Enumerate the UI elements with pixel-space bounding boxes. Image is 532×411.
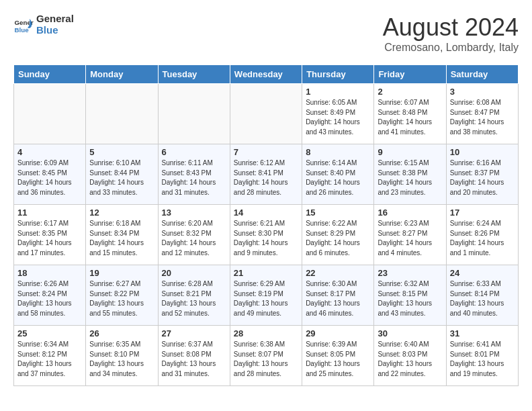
day-info: Sunrise: 6:20 AM Sunset: 8:32 PM Dayligh…	[162, 219, 226, 258]
day-number: 14	[234, 208, 298, 218]
calendar-day-cell: 5Sunrise: 6:10 AM Sunset: 8:44 PM Daylig…	[86, 144, 158, 205]
day-number: 31	[450, 328, 515, 338]
day-number: 29	[306, 328, 370, 338]
day-number: 13	[162, 208, 226, 218]
day-number: 16	[378, 208, 442, 218]
calendar-header-cell: Friday	[374, 65, 446, 84]
calendar-day-cell: 29Sunrise: 6:39 AM Sunset: 8:05 PM Dayli…	[302, 326, 374, 386]
calendar-day-cell: 22Sunrise: 6:30 AM Sunset: 8:17 PM Dayli…	[302, 265, 374, 326]
calendar-week-row: 11Sunrise: 6:17 AM Sunset: 8:35 PM Dayli…	[14, 205, 519, 265]
calendar-day-cell: 23Sunrise: 6:32 AM Sunset: 8:15 PM Dayli…	[374, 265, 446, 326]
calendar-day-cell	[14, 84, 86, 144]
day-info: Sunrise: 6:15 AM Sunset: 8:38 PM Dayligh…	[378, 158, 442, 197]
page-header: General Blue General Blue August 2024 Cr…	[13, 13, 519, 54]
day-number: 26	[89, 328, 154, 338]
day-number: 9	[378, 147, 442, 157]
calendar-day-cell: 31Sunrise: 6:41 AM Sunset: 8:01 PM Dayli…	[446, 326, 518, 386]
day-number: 7	[234, 147, 298, 157]
day-info: Sunrise: 6:10 AM Sunset: 8:44 PM Dayligh…	[89, 158, 154, 197]
day-info: Sunrise: 6:08 AM Sunset: 8:47 PM Dayligh…	[450, 98, 515, 137]
day-number: 22	[306, 268, 370, 278]
day-info: Sunrise: 6:27 AM Sunset: 8:22 PM Dayligh…	[89, 279, 154, 318]
day-number: 28	[234, 328, 298, 338]
calendar-day-cell: 21Sunrise: 6:29 AM Sunset: 8:19 PM Dayli…	[230, 265, 302, 326]
calendar-day-cell: 25Sunrise: 6:34 AM Sunset: 8:12 PM Dayli…	[14, 326, 86, 386]
calendar-header-cell: Saturday	[446, 65, 518, 84]
svg-text:Blue: Blue	[15, 26, 30, 33]
day-number: 18	[17, 268, 82, 278]
day-number: 8	[306, 147, 370, 157]
calendar-day-cell: 6Sunrise: 6:11 AM Sunset: 8:43 PM Daylig…	[158, 144, 230, 205]
day-info: Sunrise: 6:22 AM Sunset: 8:29 PM Dayligh…	[306, 219, 370, 258]
day-info: Sunrise: 6:21 AM Sunset: 8:30 PM Dayligh…	[234, 219, 298, 258]
day-info: Sunrise: 6:16 AM Sunset: 8:37 PM Dayligh…	[450, 158, 515, 197]
day-info: Sunrise: 6:40 AM Sunset: 8:03 PM Dayligh…	[378, 340, 442, 379]
day-info: Sunrise: 6:33 AM Sunset: 8:14 PM Dayligh…	[450, 279, 515, 318]
calendar-day-cell: 18Sunrise: 6:26 AM Sunset: 8:24 PM Dayli…	[14, 265, 86, 326]
calendar-week-row: 25Sunrise: 6:34 AM Sunset: 8:12 PM Dayli…	[14, 326, 519, 386]
calendar-day-cell: 15Sunrise: 6:22 AM Sunset: 8:29 PM Dayli…	[302, 205, 374, 265]
day-info: Sunrise: 6:35 AM Sunset: 8:10 PM Dayligh…	[89, 340, 154, 379]
day-number: 27	[162, 328, 226, 338]
day-number: 23	[378, 268, 442, 278]
calendar-day-cell: 3Sunrise: 6:08 AM Sunset: 8:47 PM Daylig…	[446, 84, 518, 144]
day-info: Sunrise: 6:30 AM Sunset: 8:17 PM Dayligh…	[306, 279, 370, 318]
day-info: Sunrise: 6:07 AM Sunset: 8:48 PM Dayligh…	[378, 98, 442, 137]
title-block: August 2024 Cremosano, Lombardy, Italy	[383, 13, 519, 54]
calendar-header-cell: Tuesday	[158, 65, 230, 84]
day-number: 30	[378, 328, 442, 338]
day-number: 2	[378, 87, 442, 97]
logo-icon: General Blue	[13, 15, 34, 35]
day-number: 4	[17, 147, 82, 157]
calendar-header-cell: Sunday	[14, 65, 86, 84]
calendar-day-cell: 19Sunrise: 6:27 AM Sunset: 8:22 PM Dayli…	[86, 265, 158, 326]
calendar-day-cell: 2Sunrise: 6:07 AM Sunset: 8:48 PM Daylig…	[374, 84, 446, 144]
day-number: 10	[450, 147, 515, 157]
day-number: 6	[162, 147, 226, 157]
calendar-day-cell	[86, 84, 158, 144]
day-number: 20	[162, 268, 226, 278]
day-info: Sunrise: 6:11 AM Sunset: 8:43 PM Dayligh…	[162, 158, 226, 197]
day-info: Sunrise: 6:14 AM Sunset: 8:40 PM Dayligh…	[306, 158, 370, 197]
day-info: Sunrise: 6:09 AM Sunset: 8:45 PM Dayligh…	[17, 158, 82, 197]
day-info: Sunrise: 6:17 AM Sunset: 8:35 PM Dayligh…	[17, 219, 82, 258]
day-info: Sunrise: 6:41 AM Sunset: 8:01 PM Dayligh…	[450, 340, 515, 379]
day-number: 5	[89, 147, 154, 157]
calendar-day-cell: 17Sunrise: 6:24 AM Sunset: 8:26 PM Dayli…	[446, 205, 518, 265]
day-number: 11	[17, 208, 82, 218]
day-info: Sunrise: 6:37 AM Sunset: 8:08 PM Dayligh…	[162, 340, 226, 379]
day-number: 25	[17, 328, 82, 338]
day-number: 3	[450, 87, 515, 97]
calendar-header-cell: Monday	[86, 65, 158, 84]
day-info: Sunrise: 6:34 AM Sunset: 8:12 PM Dayligh…	[17, 340, 82, 379]
calendar-header-cell: Wednesday	[230, 65, 302, 84]
day-info: Sunrise: 6:39 AM Sunset: 8:05 PM Dayligh…	[306, 340, 370, 379]
calendar-header-cell: Thursday	[302, 65, 374, 84]
calendar-day-cell: 27Sunrise: 6:37 AM Sunset: 8:08 PM Dayli…	[158, 326, 230, 386]
day-number: 19	[89, 268, 154, 278]
calendar-day-cell	[158, 84, 230, 144]
calendar-day-cell: 24Sunrise: 6:33 AM Sunset: 8:14 PM Dayli…	[446, 265, 518, 326]
day-info: Sunrise: 6:29 AM Sunset: 8:19 PM Dayligh…	[234, 279, 298, 318]
day-info: Sunrise: 6:18 AM Sunset: 8:34 PM Dayligh…	[89, 219, 154, 258]
calendar-day-cell	[230, 84, 302, 144]
day-info: Sunrise: 6:32 AM Sunset: 8:15 PM Dayligh…	[378, 279, 442, 318]
calendar-day-cell: 9Sunrise: 6:15 AM Sunset: 8:38 PM Daylig…	[374, 144, 446, 205]
day-number: 21	[234, 268, 298, 278]
month-year: August 2024	[383, 13, 519, 42]
logo-text-line2: Blue	[36, 25, 74, 36]
calendar-table: SundayMondayTuesdayWednesdayThursdayFrid…	[13, 64, 519, 386]
day-number: 15	[306, 208, 370, 218]
calendar-day-cell: 12Sunrise: 6:18 AM Sunset: 8:34 PM Dayli…	[86, 205, 158, 265]
calendar-day-cell: 20Sunrise: 6:28 AM Sunset: 8:21 PM Dayli…	[158, 265, 230, 326]
logo-text-line1: General	[36, 13, 74, 25]
calendar-week-row: 18Sunrise: 6:26 AM Sunset: 8:24 PM Dayli…	[14, 265, 519, 326]
calendar-day-cell: 1Sunrise: 6:05 AM Sunset: 8:49 PM Daylig…	[302, 84, 374, 144]
calendar-day-cell: 28Sunrise: 6:38 AM Sunset: 8:07 PM Dayli…	[230, 326, 302, 386]
day-number: 12	[89, 208, 154, 218]
day-info: Sunrise: 6:05 AM Sunset: 8:49 PM Dayligh…	[306, 98, 370, 137]
calendar-week-row: 1Sunrise: 6:05 AM Sunset: 8:49 PM Daylig…	[14, 84, 519, 144]
calendar-day-cell: 11Sunrise: 6:17 AM Sunset: 8:35 PM Dayli…	[14, 205, 86, 265]
day-number: 17	[450, 208, 515, 218]
day-info: Sunrise: 6:24 AM Sunset: 8:26 PM Dayligh…	[450, 219, 515, 258]
